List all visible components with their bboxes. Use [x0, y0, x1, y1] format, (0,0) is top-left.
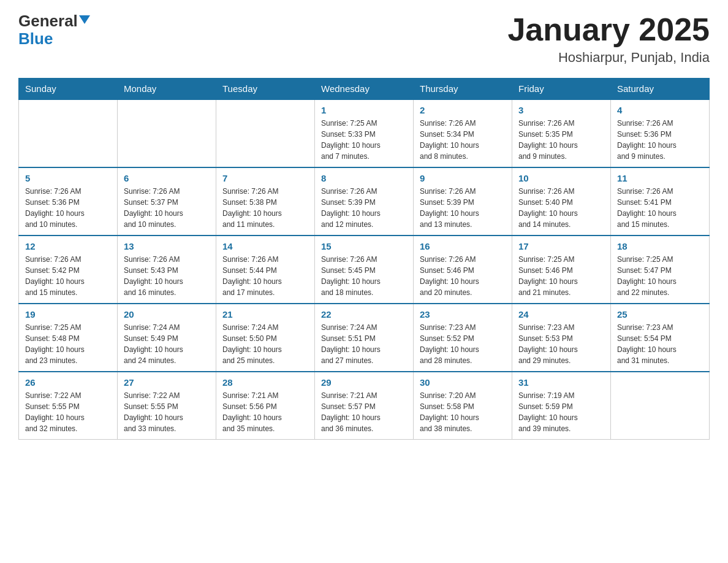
calendar-cell: 25Sunrise: 7:23 AM Sunset: 5:54 PM Dayli… [611, 304, 710, 372]
calendar-cell: 16Sunrise: 7:26 AM Sunset: 5:46 PM Dayli… [414, 236, 512, 304]
calendar-cell: 17Sunrise: 7:25 AM Sunset: 5:46 PM Dayli… [512, 236, 611, 304]
calendar-cell: 29Sunrise: 7:21 AM Sunset: 5:57 PM Dayli… [315, 372, 414, 440]
day-info: Sunrise: 7:26 AM Sunset: 5:37 PM Dayligh… [124, 186, 210, 230]
calendar-header-row: SundayMondayTuesdayWednesdayThursdayFrid… [19, 79, 710, 100]
day-number: 31 [518, 377, 604, 388]
day-number: 21 [222, 309, 308, 320]
calendar-cell: 6Sunrise: 7:26 AM Sunset: 5:37 PM Daylig… [118, 167, 216, 236]
day-number: 2 [420, 105, 506, 115]
day-number: 25 [617, 309, 703, 320]
day-info: Sunrise: 7:26 AM Sunset: 5:39 PM Dayligh… [321, 186, 407, 230]
calendar-cell: 9Sunrise: 7:26 AM Sunset: 5:39 PM Daylig… [414, 167, 512, 236]
day-number: 19 [25, 309, 111, 320]
week-row-4: 19Sunrise: 7:25 AM Sunset: 5:48 PM Dayli… [19, 304, 710, 372]
day-number: 17 [518, 241, 604, 251]
calendar-cell: 8Sunrise: 7:26 AM Sunset: 5:39 PM Daylig… [315, 167, 414, 236]
day-number: 8 [321, 173, 407, 183]
day-number: 16 [420, 241, 506, 251]
calendar-cell: 10Sunrise: 7:26 AM Sunset: 5:40 PM Dayli… [512, 167, 611, 236]
day-info: Sunrise: 7:21 AM Sunset: 5:56 PM Dayligh… [222, 390, 308, 434]
day-info: Sunrise: 7:24 AM Sunset: 5:51 PM Dayligh… [321, 322, 407, 366]
day-info: Sunrise: 7:25 AM Sunset: 5:33 PM Dayligh… [321, 118, 407, 162]
calendar-cell: 3Sunrise: 7:26 AM Sunset: 5:35 PM Daylig… [512, 99, 611, 167]
day-info: Sunrise: 7:26 AM Sunset: 5:40 PM Dayligh… [518, 186, 604, 230]
calendar-cell: 14Sunrise: 7:26 AM Sunset: 5:44 PM Dayli… [216, 236, 315, 304]
calendar-cell: 15Sunrise: 7:26 AM Sunset: 5:45 PM Dayli… [315, 236, 414, 304]
day-info: Sunrise: 7:25 AM Sunset: 5:46 PM Dayligh… [518, 254, 604, 298]
day-number: 24 [518, 309, 604, 320]
logo-general-text: General [18, 12, 78, 30]
day-info: Sunrise: 7:26 AM Sunset: 5:45 PM Dayligh… [321, 254, 407, 298]
day-info: Sunrise: 7:26 AM Sunset: 5:34 PM Dayligh… [420, 118, 506, 162]
calendar-cell: 19Sunrise: 7:25 AM Sunset: 5:48 PM Dayli… [19, 304, 118, 372]
calendar-cell: 27Sunrise: 7:22 AM Sunset: 5:55 PM Dayli… [118, 372, 216, 440]
calendar-cell [19, 99, 118, 167]
day-info: Sunrise: 7:26 AM Sunset: 5:36 PM Dayligh… [617, 118, 703, 162]
day-info: Sunrise: 7:26 AM Sunset: 5:35 PM Dayligh… [518, 118, 604, 162]
day-number: 30 [420, 377, 506, 388]
calendar-cell: 12Sunrise: 7:26 AM Sunset: 5:42 PM Dayli… [19, 236, 118, 304]
calendar-cell [216, 99, 315, 167]
logo-triangle-icon [79, 15, 90, 24]
day-info: Sunrise: 7:25 AM Sunset: 5:47 PM Dayligh… [617, 254, 703, 298]
day-number: 28 [222, 377, 308, 388]
calendar-table: SundayMondayTuesdayWednesdayThursdayFrid… [18, 78, 710, 440]
calendar-cell: 23Sunrise: 7:23 AM Sunset: 5:52 PM Dayli… [414, 304, 512, 372]
day-info: Sunrise: 7:19 AM Sunset: 5:59 PM Dayligh… [518, 390, 604, 434]
logo: General Blue [18, 12, 90, 47]
calendar-cell [611, 372, 710, 440]
day-number: 14 [222, 241, 308, 251]
day-number: 26 [25, 377, 111, 388]
calendar-cell: 11Sunrise: 7:26 AM Sunset: 5:41 PM Dayli… [611, 167, 710, 236]
day-number: 3 [518, 105, 604, 115]
day-number: 4 [617, 105, 703, 115]
day-number: 1 [321, 105, 407, 115]
day-info: Sunrise: 7:26 AM Sunset: 5:43 PM Dayligh… [124, 254, 210, 298]
day-info: Sunrise: 7:20 AM Sunset: 5:58 PM Dayligh… [420, 390, 506, 434]
calendar-cell: 13Sunrise: 7:26 AM Sunset: 5:43 PM Dayli… [118, 236, 216, 304]
day-number: 5 [25, 173, 111, 183]
weekday-header-monday: Monday [118, 79, 216, 100]
calendar-cell: 1Sunrise: 7:25 AM Sunset: 5:33 PM Daylig… [315, 99, 414, 167]
day-number: 6 [124, 173, 210, 183]
day-info: Sunrise: 7:22 AM Sunset: 5:55 PM Dayligh… [25, 390, 111, 434]
weekday-header-friday: Friday [512, 79, 611, 100]
day-number: 12 [25, 241, 111, 251]
day-number: 15 [321, 241, 407, 251]
day-number: 29 [321, 377, 407, 388]
day-number: 9 [420, 173, 506, 183]
day-number: 13 [124, 241, 210, 251]
day-info: Sunrise: 7:23 AM Sunset: 5:53 PM Dayligh… [518, 322, 604, 366]
weekday-header-tuesday: Tuesday [216, 79, 315, 100]
day-info: Sunrise: 7:26 AM Sunset: 5:44 PM Dayligh… [222, 254, 308, 298]
week-row-3: 12Sunrise: 7:26 AM Sunset: 5:42 PM Dayli… [19, 236, 710, 304]
location-title: Hoshiarpur, Punjab, India [507, 50, 710, 66]
calendar-cell [118, 99, 216, 167]
page-header: General Blue January 2025 Hoshiarpur, Pu… [18, 12, 710, 66]
day-info: Sunrise: 7:25 AM Sunset: 5:48 PM Dayligh… [25, 322, 111, 366]
week-row-1: 1Sunrise: 7:25 AM Sunset: 5:33 PM Daylig… [19, 99, 710, 167]
calendar-cell: 20Sunrise: 7:24 AM Sunset: 5:49 PM Dayli… [118, 304, 216, 372]
day-number: 22 [321, 309, 407, 320]
day-number: 11 [617, 173, 703, 183]
day-info: Sunrise: 7:26 AM Sunset: 5:39 PM Dayligh… [420, 186, 506, 230]
calendar-cell: 18Sunrise: 7:25 AM Sunset: 5:47 PM Dayli… [611, 236, 710, 304]
day-info: Sunrise: 7:26 AM Sunset: 5:46 PM Dayligh… [420, 254, 506, 298]
day-number: 20 [124, 309, 210, 320]
day-info: Sunrise: 7:23 AM Sunset: 5:52 PM Dayligh… [420, 322, 506, 366]
logo-blue-text: Blue [18, 29, 53, 48]
day-info: Sunrise: 7:24 AM Sunset: 5:49 PM Dayligh… [124, 322, 210, 366]
day-number: 18 [617, 241, 703, 251]
day-info: Sunrise: 7:21 AM Sunset: 5:57 PM Dayligh… [321, 390, 407, 434]
week-row-5: 26Sunrise: 7:22 AM Sunset: 5:55 PM Dayli… [19, 372, 710, 440]
day-number: 23 [420, 309, 506, 320]
day-info: Sunrise: 7:26 AM Sunset: 5:38 PM Dayligh… [222, 186, 308, 230]
calendar-cell: 7Sunrise: 7:26 AM Sunset: 5:38 PM Daylig… [216, 167, 315, 236]
calendar-cell: 31Sunrise: 7:19 AM Sunset: 5:59 PM Dayli… [512, 372, 611, 440]
weekday-header-thursday: Thursday [414, 79, 512, 100]
weekday-header-sunday: Sunday [19, 79, 118, 100]
weekday-header-wednesday: Wednesday [315, 79, 414, 100]
month-title: January 2025 [507, 12, 710, 47]
calendar-cell: 28Sunrise: 7:21 AM Sunset: 5:56 PM Dayli… [216, 372, 315, 440]
day-number: 7 [222, 173, 308, 183]
